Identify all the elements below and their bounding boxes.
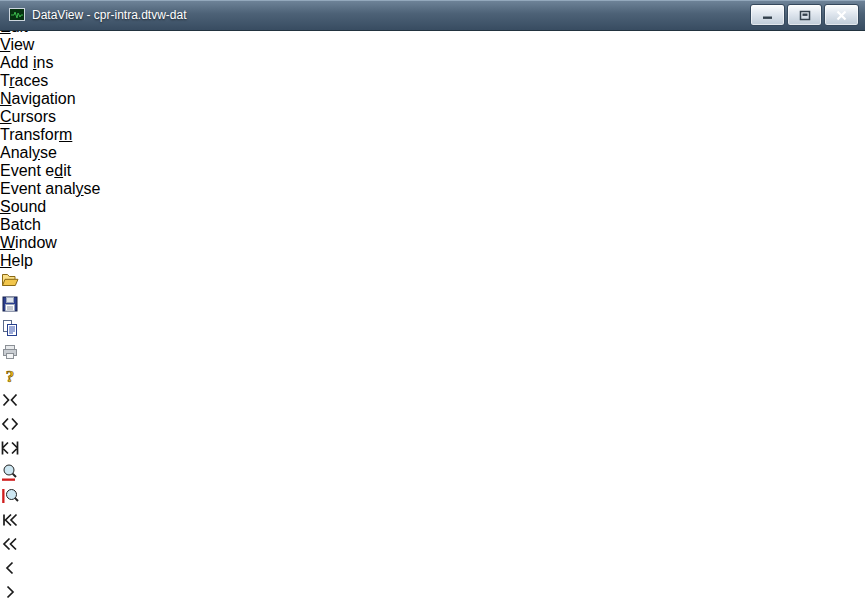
go-first-button[interactable] xyxy=(0,510,865,534)
menu-item-event-edit[interactable]: Event edit xyxy=(0,162,865,180)
menu-item-cursors[interactable]: Cursors xyxy=(0,108,865,126)
toolbar-row: ? xyxy=(0,270,865,607)
copy-button[interactable] xyxy=(0,318,865,342)
step-back-button[interactable] xyxy=(0,558,865,582)
minimize-button[interactable] xyxy=(750,4,785,26)
title-bar[interactable]: DataView - cpr-intra.dtvw-dat xyxy=(0,0,865,31)
window-title: DataView - cpr-intra.dtvw-dat xyxy=(32,8,187,22)
menu-item-help[interactable]: Help xyxy=(0,252,865,270)
close-button[interactable] xyxy=(824,4,859,26)
compress-x-button[interactable] xyxy=(0,414,865,438)
menu-item-add-ins[interactable]: Add ins xyxy=(0,54,865,72)
open-file-button[interactable] xyxy=(0,270,865,294)
menu-item-window[interactable]: Window xyxy=(0,234,865,252)
menu-item-batch[interactable]: Batch xyxy=(0,216,865,234)
expand-x-button[interactable] xyxy=(0,390,865,414)
menu-item-analyse[interactable]: Analyse xyxy=(0,144,865,162)
menu-item-traces[interactable]: Traces xyxy=(0,72,865,90)
toolbar: ? xyxy=(0,270,865,607)
app-icon xyxy=(9,7,25,23)
zoom-underline-button[interactable] xyxy=(0,462,865,486)
save-file-button[interactable] xyxy=(0,294,865,318)
zoom-cursor-button[interactable] xyxy=(0,486,865,510)
menu-item-event-analyse[interactable]: Event analyse xyxy=(0,180,865,198)
main-window: DataView - cpr-intra.dtvw-dat FileEditVi… xyxy=(0,0,865,607)
svg-text:?: ? xyxy=(6,367,15,386)
restore-button[interactable] xyxy=(787,4,822,26)
step-forward-button[interactable] xyxy=(0,582,865,606)
help-button[interactable]: ? xyxy=(0,366,865,390)
fit-x-button[interactable] xyxy=(0,438,865,462)
print-button[interactable] xyxy=(0,342,865,366)
menu-item-sound[interactable]: Sound xyxy=(0,198,865,216)
menu-item-view[interactable]: View xyxy=(0,36,865,54)
menu-item-navigation[interactable]: Navigation xyxy=(0,90,865,108)
menu-item-transform[interactable]: Transform xyxy=(0,126,865,144)
page-back-button[interactable] xyxy=(0,534,865,558)
menu-bar: FileEditViewAdd insTracesNavigationCurso… xyxy=(0,0,865,270)
